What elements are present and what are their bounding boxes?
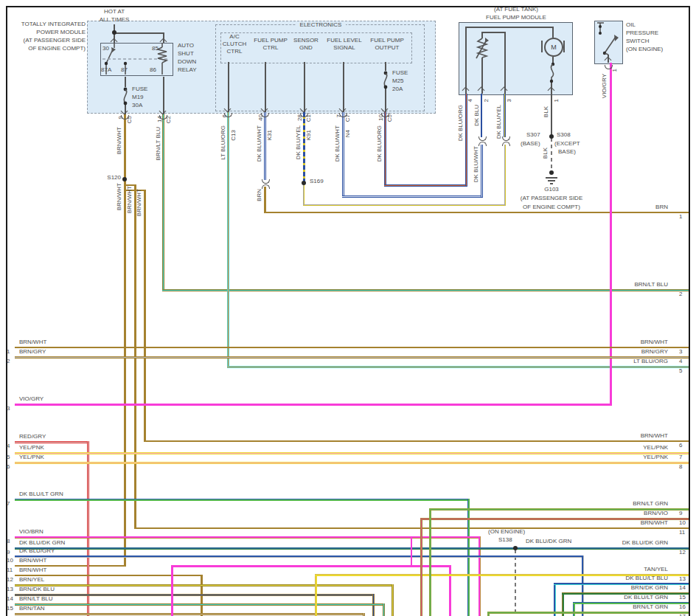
fpm-title: FUEL PUMP MODULE [472,14,560,21]
module-sender-link [481,32,506,33]
right-row-label: DK BLU/LT GRN [568,594,668,601]
ops-title: OIL [626,21,636,29]
tipm-title: (AT PASSENGER SIDE [13,37,86,44]
wire-label: BLK [542,148,549,159]
wire-dk-blu-org [384,112,386,186]
pin-connector: C7 [344,114,351,122]
right-row-label: BRN/GRY [568,348,668,356]
junction-dot [112,30,116,35]
right-row-label: YEL/PNK [568,454,668,461]
frame-top [6,6,690,7]
splice-s308-sub: BASE) [558,148,576,156]
left-row-label: BRN/WHT [19,557,46,564]
wire-brn-lt-grn-row17r [487,612,689,614]
wire-yel-pnk-row6 [15,462,689,464]
wire-brn-lt-grn-row9r [429,508,431,616]
right-row-num: 9 [679,510,682,517]
relay-name: DOWN [178,58,196,66]
wire-elec-stub [228,62,229,112]
pin-number: 10 [377,114,384,121]
wire-label: VIO/GRY [601,74,608,98]
module-pin4-internal [465,27,467,94]
ground-label: (AT PASSENGER SIDE [513,195,590,202]
right-row-num: 2 [679,291,682,298]
frame-right [689,6,690,616]
relay-name: SHUT [178,50,194,58]
wire-label: DK BLU/YEL [495,105,502,139]
wire-relay-87-to-fuse [125,77,126,87]
right-row-label: YEL/PNK [568,444,668,451]
wire-brn-lt-blu-row15 [15,603,385,606]
wire-label: DK BLU/DK GRN [526,538,571,545]
left-row-label: BRN/YEL [19,576,44,584]
left-row-label: DK BLU/GRY [19,547,55,555]
relay-name: RELAY [178,66,197,74]
left-row-num: 3 [7,405,10,412]
inline-connector [478,136,487,141]
wire-vio-gry-row3l [15,404,612,406]
left-row-label: DK BLU/LT GRN [19,491,63,498]
wire-brn-row1r [264,212,689,213]
right-row-label: BRN/LT GRN [568,500,668,508]
fuse-m19-label: 30A [132,102,142,109]
left-row-num: 14 [7,595,13,603]
module-motor-feed [552,27,554,38]
electronics-title: ELECTRONICS [296,21,346,29]
wire-vio-bridge [171,565,173,616]
left-row-label: BRN/DK BLU [19,586,55,593]
left-row-num: 15 [7,605,13,612]
right-row-num: 3 [679,348,682,356]
left-row-label: BRN/TAN [19,605,45,612]
relay-pin-label: 85 [152,45,159,52]
ground-bar [548,180,555,181]
left-row-label: YEL/PNK [19,454,44,461]
wire-red-gry [87,441,89,616]
tipm-title: TOTALLY INTEGRATED [13,21,86,28]
left-row-num: 8 [7,538,10,545]
splice-s307-sub: (BASE) [521,140,540,148]
left-row-num: 9 [7,549,10,556]
pin-number: 28 [296,114,303,121]
wire-dk-blu-yel [303,112,305,183]
pin-number: 1 [553,99,560,102]
wire-brn [264,187,266,213]
wire-label: DK BLU/WHT [473,146,479,182]
hot-label: HOT AT [97,8,132,15]
left-row-label: YEL/PNK [19,444,44,451]
left-row-num: 7 [7,500,10,508]
wire-dk-blu-wht [481,145,483,197]
right-row-num: 14 [679,584,686,592]
signal-label: A/C [218,33,251,41]
ground-bar [550,183,553,184]
pin-number: 6 [221,114,228,117]
pin-connector: C2 [165,116,172,123]
wire-brn-vio-row10r [420,518,422,616]
wire-label: BRN/WHT [126,186,133,213]
fuse-m25-symbol [380,70,391,89]
right-row-label: BRN/WHT [568,432,668,440]
wire-label: DK BLU/YEL [295,125,302,159]
pin-number: 4 [467,99,473,102]
wire-label: DK BLU/WHT [334,125,341,162]
wire-brn-tan-row16 [363,613,365,616]
left-row-num: 1 [7,348,10,356]
fuse-m19-symbol [120,86,130,105]
tipm-title: POWER MODULE [13,29,86,36]
relay-pin-label: 87A [101,66,111,74]
wire-red-gry [15,441,89,443]
wire-brn-yel-row13 [392,584,394,616]
hot-label: ALL TIMES [94,16,134,24]
wire-label: DK BLU/ORG [376,125,383,162]
wire-dk-blu-wht [264,112,266,180]
wire-vio-bridge [449,565,451,616]
right-row-label: BRN/LT GRN [568,603,668,611]
motor-pickup-curve [546,62,558,84]
wire-label: BRN [256,189,262,201]
relay-name: AUTO [178,42,194,49]
wire-brn-wht [124,179,126,567]
wire-label: BRN/WHT [116,127,122,154]
left-row-num: 2 [7,358,10,365]
wire-dk-blu-lt-grn-row7 [15,499,470,501]
wire-label: BRN/LT BLU [155,127,161,161]
circuit-label: N4 [344,130,351,137]
